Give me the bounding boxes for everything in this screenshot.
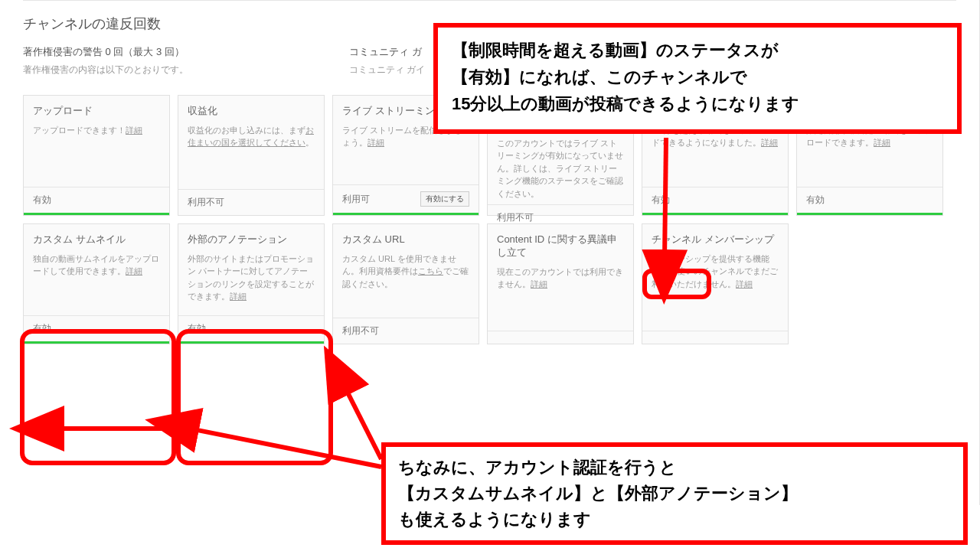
- card-status: 有効: [24, 187, 169, 215]
- details-link[interactable]: 詳細: [531, 279, 547, 289]
- annotation-box-2: ちなみに、アカウント認証を行うと 【カスタムサムネイル】と【外部アノテーション】…: [381, 442, 968, 545]
- details-link[interactable]: 詳細: [230, 292, 247, 301]
- here-link[interactable]: こちら: [418, 266, 443, 276]
- card-status: 有効: [642, 187, 788, 215]
- card-upload: アップロード アップロードできます！詳細 有効: [23, 95, 170, 216]
- card-status: 有効: [178, 315, 324, 344]
- card-status: 有効: [24, 315, 169, 344]
- details-link[interactable]: 詳細: [874, 138, 890, 147]
- details-link[interactable]: 詳細: [126, 266, 142, 276]
- card-status: 利用不可: [333, 318, 479, 344]
- copyright-sub: 著作権侵害の内容は以下のとおりです。: [23, 64, 188, 77]
- copyright-heading: 著作権侵害の警告 0 回（最大 3 回）: [23, 45, 188, 59]
- community-sub: コミュニティ ガイ: [349, 64, 425, 77]
- details-link[interactable]: 詳細: [368, 138, 384, 147]
- card-status: 有効: [797, 187, 942, 215]
- card-custom-url: カスタム URL カスタム URL を使用できません。利用資格要件はこちらでご確…: [332, 223, 479, 344]
- card-title: チャンネル メンバーシップ: [652, 233, 779, 246]
- card-custom-thumbnail: カスタム サムネイル 独自の動画サムネイルをアップロードして使用できます。詳細 …: [23, 223, 170, 344]
- card-desc: このアカウントではライブ ストリーミングが有効になっていません。詳しくは、ライブ…: [497, 137, 624, 201]
- card-desc: アップロードできます！詳細: [33, 124, 160, 137]
- card-status: [488, 331, 633, 344]
- card-desc: 現在このアカウントでは利用できません。詳細: [497, 266, 624, 291]
- card-channel-membership: チャンネル メンバーシップ メンバーシップを提供する機能は、お使いのチャンネルで…: [642, 223, 789, 344]
- card-status: [642, 331, 788, 344]
- details-link[interactable]: 詳細: [126, 126, 142, 135]
- card-title: アップロード: [33, 105, 160, 118]
- enable-button[interactable]: 有効にする: [420, 191, 469, 207]
- details-link[interactable]: 詳細: [736, 279, 753, 289]
- card-desc: カスタム URL を使用できません。利用資格要件はこちらでご確認ください。: [342, 253, 469, 291]
- card-desc: 独自の動画サムネイルをアップロードして使用できます。詳細: [33, 253, 160, 278]
- card-desc: 収益化のお申し込みには、まずお住まいの国を選択してください。: [188, 124, 315, 149]
- card-title: 外部のアノテーション: [188, 233, 315, 246]
- card-desc: 外部のサイトまたはプロモーション パートナーに対してアノテーションのリンクを設定…: [188, 253, 315, 303]
- card-monetization: 収益化 収益化のお申し込みには、まずお住まいの国を選択してください。 利用不可: [178, 95, 325, 216]
- card-title: 収益化: [188, 105, 315, 118]
- card-external-annotation: 外部のアノテーション 外部のサイトまたはプロモーション パートナーに対してアノテ…: [178, 223, 325, 344]
- community-heading: コミュニティ ガ: [349, 45, 425, 59]
- card-status: 利用可 有効にする: [333, 184, 479, 215]
- card-title: カスタム URL: [342, 233, 469, 246]
- annotation-box-1: 【制限時間を超える動画】のステータスが 【有効】になれば、このチャンネルで 15…: [433, 23, 962, 134]
- details-link[interactable]: 詳細: [761, 138, 778, 147]
- card-desc: メンバーシップを提供する機能は、お使いのチャンネルでまだご利用いただけません。詳…: [652, 253, 779, 291]
- card-title: Content ID に関する異議申し立て: [497, 233, 624, 259]
- card-content-id-dispute: Content ID に関する異議申し立て 現在このアカウントでは利用できません…: [487, 223, 634, 344]
- card-status: 利用不可: [178, 189, 324, 215]
- card-title: カスタム サムネイル: [33, 233, 160, 246]
